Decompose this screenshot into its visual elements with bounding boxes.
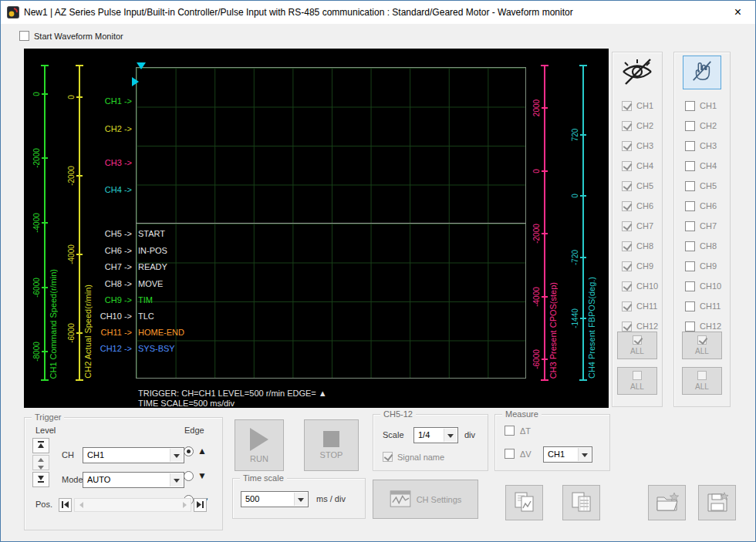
vis-checkbox-ch4[interactable]: CH4	[622, 156, 662, 176]
scroll-right-icon[interactable]	[178, 499, 191, 511]
adj-checkbox-ch4[interactable]: CH4	[685, 156, 730, 176]
vis-checkbox-ch8[interactable]: CH8	[622, 236, 662, 256]
checkbox[interactable]	[505, 449, 515, 459]
checkbox[interactable]	[622, 201, 632, 211]
checkbox[interactable]	[685, 221, 695, 231]
spin-down-icon[interactable]	[33, 463, 49, 471]
delta-t-checkbox[interactable]: ΔT	[505, 426, 531, 436]
arrow-up-to-bar-icon	[36, 439, 46, 453]
adjust-select-all-button[interactable]: ALL	[682, 332, 722, 359]
trigger-mode-select[interactable]: AUTO	[83, 472, 184, 488]
stop-button[interactable]: STOP	[304, 419, 359, 471]
delta-v-channel-select[interactable]: CH1	[543, 446, 592, 463]
adj-checkbox-ch2[interactable]: CH2	[685, 116, 730, 136]
checkbox[interactable]	[685, 121, 695, 131]
checkbox[interactable]	[622, 161, 632, 171]
trigger-edge-rising-radio[interactable]: ▲	[184, 446, 207, 456]
close-button[interactable]: ×	[721, 1, 755, 23]
adj-checkbox-ch7[interactable]: CH7	[685, 216, 730, 236]
checkbox[interactable]	[622, 301, 632, 311]
trigger-level-spinner[interactable]	[32, 455, 49, 470]
chevron-down-icon[interactable]	[170, 473, 183, 486]
trigger-position-marker-icon[interactable]	[137, 62, 146, 74]
radio[interactable]	[184, 471, 194, 481]
chevron-down-icon[interactable]	[170, 449, 183, 462]
run-button[interactable]: RUN	[235, 419, 284, 471]
adj-checkbox-ch5[interactable]: CH5	[685, 176, 730, 196]
adj-checkbox-ch11[interactable]: CH11	[685, 296, 730, 316]
ch5-12-group-label: CH5-12	[380, 409, 416, 419]
trigger-edge-falling-radio[interactable]: ▼	[184, 470, 207, 481]
copy-graph-image-button[interactable]	[505, 485, 543, 520]
visibility-clear-all-button[interactable]: ALL	[617, 367, 657, 395]
vis-checkbox-ch6[interactable]: CH6	[622, 196, 662, 216]
signal-name-checkbox[interactable]: Signal name	[383, 452, 444, 462]
vis-checkbox-ch1[interactable]: CH1	[622, 96, 662, 116]
copy-graph-data-button[interactable]	[562, 485, 600, 520]
adjust-clear-all-button[interactable]: ALL	[682, 367, 722, 395]
checkbox[interactable]	[685, 201, 695, 211]
checkbox[interactable]	[685, 161, 695, 171]
adjust-waveform-button[interactable]	[683, 56, 721, 89]
checkbox[interactable]	[622, 241, 632, 251]
delta-v-checkbox[interactable]: ΔV	[505, 449, 532, 459]
checkbox[interactable]	[622, 121, 632, 131]
checkbox[interactable]	[685, 321, 695, 332]
chevron-down-icon[interactable]	[444, 429, 457, 442]
adj-checkbox-ch9[interactable]: CH9	[685, 256, 730, 276]
pos-home-button[interactable]	[59, 498, 72, 512]
checkbox[interactable]	[622, 321, 632, 332]
trigger-level-up-button[interactable]	[32, 438, 49, 453]
spin-up-icon[interactable]	[33, 456, 49, 463]
trigger-level-marker-icon[interactable]	[132, 77, 143, 86]
scope-channel-label-ch3: CH3 ->	[24, 158, 609, 168]
checkbox[interactable]	[622, 101, 632, 111]
pos-end-button[interactable]	[194, 498, 207, 512]
open-waveform-file-button[interactable]	[648, 485, 686, 520]
visibility-select-all-button[interactable]: ALL	[617, 332, 657, 359]
trigger-group-label: Trigger	[32, 412, 64, 422]
trigger-ch-select[interactable]: CH1	[83, 447, 184, 463]
start-waveform-monitor-checkbox[interactable]: Start Waveform Monitor	[19, 31, 123, 41]
checkbox[interactable]	[622, 141, 632, 151]
vis-checkbox-ch2[interactable]: CH2	[622, 116, 662, 136]
vis-checkbox-ch7[interactable]: CH7	[622, 216, 662, 236]
vis-checkbox-ch9[interactable]: CH9	[622, 256, 662, 276]
trigger-pos-scrollbar[interactable]	[74, 498, 191, 512]
save-waveform-file-button[interactable]	[698, 485, 736, 520]
ch5-12-scale-select[interactable]: 1/4	[413, 427, 458, 443]
adj-checkbox-ch1[interactable]: CH1	[685, 96, 730, 116]
vis-checkbox-ch5[interactable]: CH5	[622, 176, 662, 196]
chevron-down-icon[interactable]	[578, 448, 591, 461]
time-scale-select[interactable]: 500	[241, 491, 309, 507]
adj-checkbox-ch3[interactable]: CH3	[685, 136, 730, 156]
checkbox[interactable]	[622, 261, 632, 271]
checkbox[interactable]	[622, 181, 632, 191]
checkbox[interactable]	[685, 101, 695, 111]
adj-checkbox-ch10[interactable]: CH10	[685, 276, 730, 296]
vis-checkbox-ch11[interactable]: CH11	[622, 296, 662, 316]
checkbox[interactable]	[622, 281, 632, 291]
checkbox[interactable]	[685, 281, 695, 291]
checkbox[interactable]	[383, 452, 393, 462]
ch-settings-button[interactable]: CH Settings	[373, 480, 478, 519]
scope-channel-label-ch1: CH1 ->	[24, 96, 609, 106]
vis-checkbox-ch3[interactable]: CH3	[622, 136, 662, 156]
checkbox[interactable]	[685, 181, 695, 191]
adj-checkbox-ch6[interactable]: CH6	[685, 196, 730, 216]
adj-checkbox-ch8[interactable]: CH8	[685, 236, 730, 256]
checkbox[interactable]	[505, 426, 515, 436]
trigger-level-down-button[interactable]	[32, 472, 49, 487]
checkbox[interactable]	[685, 241, 695, 251]
chevron-down-icon[interactable]	[294, 493, 307, 506]
vis-checkbox-ch10[interactable]: CH10	[622, 276, 662, 296]
open-folder-star-icon	[656, 492, 679, 514]
unchecked-box-icon	[697, 371, 707, 380]
radio[interactable]	[184, 446, 194, 456]
checkbox[interactable]	[685, 301, 695, 311]
checkbox[interactable]	[19, 31, 29, 41]
checkbox[interactable]	[685, 141, 695, 151]
checkbox[interactable]	[685, 261, 695, 271]
scroll-left-icon[interactable]	[75, 499, 87, 511]
checkbox[interactable]	[622, 221, 632, 231]
